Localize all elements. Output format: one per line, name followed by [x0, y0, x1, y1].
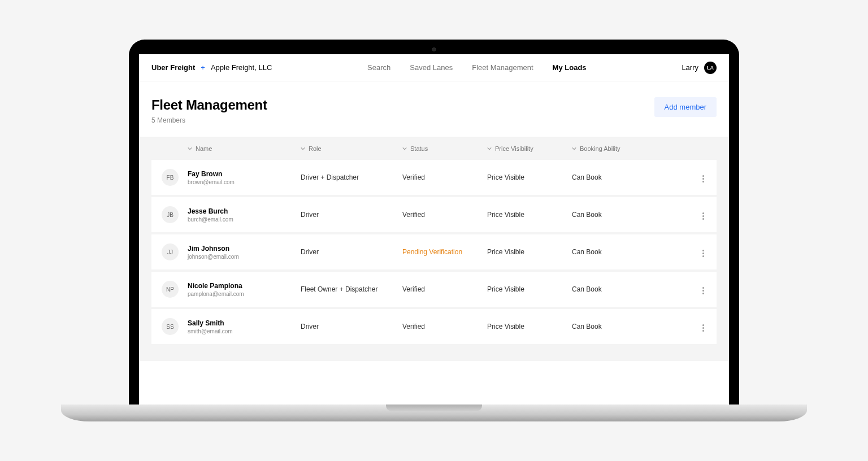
member-email: burch@email.com	[188, 216, 301, 223]
nav-link-my-loads[interactable]: My Loads	[553, 63, 587, 72]
laptop-base	[61, 405, 807, 421]
members-table: Name Role Status Price Visibility	[139, 137, 729, 361]
member-role: Driver	[301, 323, 402, 330]
member-status: Verified	[402, 211, 487, 219]
user-menu[interactable]: Larry LA	[682, 62, 717, 74]
member-avatar: SS	[162, 318, 179, 335]
member-email: pamplona@email.com	[188, 291, 301, 297]
member-status: Verified	[402, 285, 487, 293]
laptop-notch	[386, 405, 482, 411]
more-options-icon[interactable]	[700, 173, 706, 185]
member-booking-ability: Can Book	[572, 323, 657, 330]
chevron-down-icon	[487, 146, 492, 151]
member-price-visibility: Price Visible	[487, 248, 572, 256]
member-status: Verified	[402, 323, 487, 330]
member-price-visibility: Price Visible	[487, 285, 572, 293]
more-options-icon[interactable]	[700, 247, 706, 259]
brand-plus-icon: +	[201, 63, 205, 72]
nav-link-saved-lanes[interactable]: Saved Lanes	[410, 63, 453, 72]
member-price-visibility: Price Visible	[487, 323, 572, 330]
member-price-visibility: Price Visible	[487, 211, 572, 219]
column-header-name[interactable]: Name	[188, 145, 301, 152]
member-role: Driver + Dispatcher	[301, 173, 402, 181]
column-header-role[interactable]: Role	[301, 145, 402, 152]
member-count: 5 Members	[151, 116, 267, 124]
page-header: Fleet Management 5 Members Add member	[139, 81, 729, 137]
table-row: JBJesse Burchburch@email.comDriverVerifi…	[151, 197, 717, 232]
more-options-icon[interactable]	[700, 210, 706, 222]
app-screen: Uber Freight + Apple Freight, LLC Search…	[139, 54, 729, 405]
nav-links: SearchSaved LanesFleet ManagementMy Load…	[367, 63, 586, 72]
member-name: Jim Johnson	[188, 245, 301, 253]
member-role: Driver	[301, 248, 402, 256]
member-name: Nicole Pamplona	[188, 282, 301, 290]
member-status: Pending Verification	[402, 248, 487, 256]
more-options-icon[interactable]	[700, 322, 706, 334]
page-title: Fleet Management	[151, 97, 267, 113]
member-email: johnson@email.com	[188, 254, 301, 260]
brand-logo: Uber Freight	[151, 63, 195, 72]
nav-link-fleet-management[interactable]: Fleet Management	[472, 63, 533, 72]
table-row: SSSally Smithsmith@email.comDriverVerifi…	[151, 309, 717, 344]
top-nav: Uber Freight + Apple Freight, LLC Search…	[139, 54, 729, 81]
column-header-price-visibility[interactable]: Price Visibility	[487, 145, 572, 152]
member-avatar: NP	[162, 281, 179, 298]
member-role: Driver	[301, 211, 402, 219]
laptop-camera	[432, 47, 436, 51]
member-booking-ability: Can Book	[572, 173, 657, 181]
laptop-frame: Uber Freight + Apple Freight, LLC Search…	[129, 40, 739, 405]
member-name: Fay Brown	[188, 170, 301, 178]
member-avatar: FB	[162, 169, 179, 186]
nav-link-search[interactable]: Search	[367, 63, 390, 72]
chevron-down-icon	[402, 146, 407, 151]
company-name: Apple Freight, LLC	[211, 63, 272, 72]
more-options-icon[interactable]	[700, 285, 706, 297]
user-avatar: LA	[704, 62, 717, 74]
user-name-label: Larry	[682, 63, 698, 72]
add-member-button[interactable]: Add member	[654, 97, 717, 117]
chevron-down-icon	[188, 146, 192, 151]
member-email: smith@email.com	[188, 328, 301, 334]
table-row: JJJim Johnsonjohnson@email.comDriverPend…	[151, 234, 717, 269]
member-booking-ability: Can Book	[572, 285, 657, 293]
member-booking-ability: Can Book	[572, 248, 657, 256]
member-email: brown@email.com	[188, 179, 301, 185]
member-role: Fleet Owner + Dispatcher	[301, 285, 402, 293]
brand-group: Uber Freight + Apple Freight, LLC	[151, 63, 272, 72]
column-header-booking-ability[interactable]: Booking Ability	[572, 145, 657, 152]
member-status: Verified	[402, 173, 487, 181]
table-row: NPNicole Pamplonapamplona@email.comFleet…	[151, 272, 717, 307]
member-avatar: JJ	[162, 243, 179, 260]
table-header-row: Name Role Status Price Visibility	[151, 137, 717, 160]
member-name: Sally Smith	[188, 319, 301, 327]
chevron-down-icon	[572, 146, 576, 151]
member-avatar: JB	[162, 206, 179, 223]
member-name: Jesse Burch	[188, 207, 301, 215]
page-heading-group: Fleet Management 5 Members	[151, 97, 267, 124]
table-body: FBFay Brownbrown@email.comDriver + Dispa…	[151, 160, 717, 344]
chevron-down-icon	[301, 146, 305, 151]
table-row: FBFay Brownbrown@email.comDriver + Dispa…	[151, 160, 717, 195]
column-header-status[interactable]: Status	[402, 145, 487, 152]
member-booking-ability: Can Book	[572, 211, 657, 219]
member-price-visibility: Price Visible	[487, 173, 572, 181]
